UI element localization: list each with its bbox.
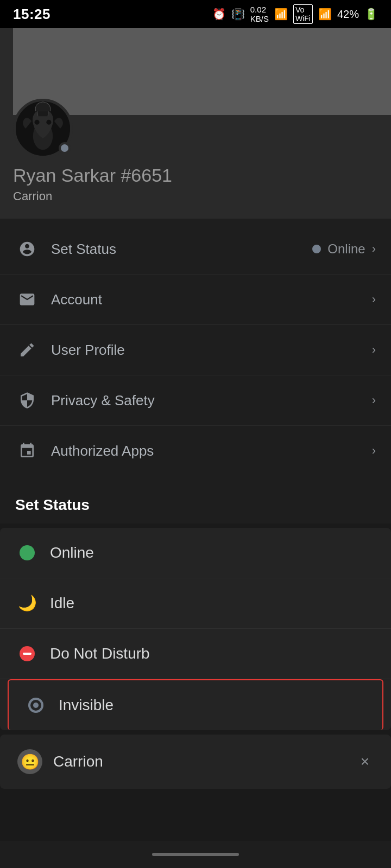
- status-option-online[interactable]: Online: [0, 528, 391, 578]
- online-status-dot: [312, 245, 321, 253]
- bottom-bar: [0, 841, 391, 868]
- settings-list: Set Status Online › Account ›: [0, 219, 391, 481]
- svg-point-3: [46, 120, 51, 125]
- custom-status-emoji-char: 😐: [21, 753, 40, 771]
- set-status-chevron: ›: [372, 242, 376, 256]
- idle-label: Idle: [50, 595, 74, 612]
- settings-item-authorized-apps[interactable]: Authorized Apps ›: [0, 426, 391, 476]
- settings-item-user-profile[interactable]: User Profile ›: [0, 325, 391, 375]
- invisible-label: Invisible: [59, 697, 113, 714]
- status-icons: ⏰ 📳 0.02KB/S 📶 VoWiFi 📶 42% 🔋: [212, 4, 378, 24]
- alarm-icon: ⏰: [212, 8, 226, 21]
- set-status-label: Set Status: [51, 241, 312, 258]
- account-chevron: ›: [372, 292, 376, 307]
- profile-name: Ryan Sarkar #6651: [13, 165, 391, 186]
- user-profile-right: ›: [372, 343, 376, 357]
- account-right: ›: [372, 292, 376, 307]
- custom-status-item[interactable]: 😐 Carrion ×: [0, 735, 391, 789]
- authorized-apps-right: ›: [344, 444, 376, 458]
- set-status-right: Online ›: [312, 241, 376, 257]
- set-status-icon: [15, 237, 39, 261]
- status-option-dnd[interactable]: Do Not Disturb: [0, 629, 391, 679]
- invisible-dot: [28, 698, 43, 713]
- signal-icon: 📶: [318, 8, 332, 21]
- wifi-icon: 📶: [274, 8, 288, 21]
- online-label: Online: [50, 544, 94, 561]
- status-bar: 15:25 ⏰ 📳 0.02KB/S 📶 VoWiFi 📶 42% 🔋: [0, 0, 391, 28]
- battery-level: 42%: [337, 8, 359, 21]
- user-profile-icon: [15, 338, 39, 362]
- custom-status-emoji: 😐: [17, 749, 42, 774]
- custom-status-label: Carrion: [53, 753, 356, 770]
- idle-moon-icon: 🌙: [18, 596, 37, 611]
- status-option-idle[interactable]: 🌙 Idle: [0, 578, 391, 629]
- settings-item-privacy-safety[interactable]: Privacy & Safety ›: [0, 375, 391, 426]
- privacy-safety-chevron: ›: [372, 393, 376, 407]
- settings-item-set-status[interactable]: Set Status Online ›: [0, 224, 391, 275]
- settings-item-account[interactable]: Account ›: [0, 275, 391, 325]
- authorized-apps-chevron: ›: [372, 444, 376, 458]
- dnd-icon: [17, 644, 37, 663]
- authorized-apps-icon: [15, 439, 39, 463]
- dnd-label: Do Not Disturb: [50, 645, 150, 662]
- vowifi-icon: VoWiFi: [293, 4, 313, 24]
- avatar-container: [13, 99, 73, 158]
- profile-display-name: Ryan Sarkar: [13, 165, 116, 186]
- user-profile-chevron: ›: [372, 343, 376, 357]
- authorized-apps-label: Authorized Apps: [51, 443, 344, 459]
- privacy-safety-right: ›: [372, 393, 376, 407]
- profile-status-text: Carrion: [13, 189, 391, 203]
- online-dot: [20, 545, 35, 560]
- online-icon: [17, 543, 37, 563]
- status-option-invisible[interactable]: Invisible: [8, 679, 383, 730]
- set-status-section-title: Set Status: [0, 481, 391, 524]
- set-status-value: Online: [327, 241, 365, 257]
- idle-icon: 🌙: [17, 593, 37, 613]
- battery-icon: 🔋: [364, 8, 378, 21]
- svg-point-2: [35, 120, 40, 125]
- status-time: 15:25: [13, 6, 51, 23]
- custom-status-clear-button[interactable]: ×: [356, 749, 374, 775]
- account-label: Account: [51, 291, 372, 308]
- invisible-icon: [26, 695, 46, 715]
- profile-discriminator: #6651: [121, 165, 172, 186]
- privacy-safety-label: Privacy & Safety: [51, 392, 372, 409]
- data-speed: 0.02KB/S: [250, 5, 269, 23]
- vibrate-icon: 📳: [231, 8, 245, 21]
- avatar-status-dot: [59, 142, 71, 154]
- account-icon: [15, 288, 39, 311]
- profile-header: Ryan Sarkar #6651 Carrion: [0, 28, 391, 219]
- custom-status-panel: 😐 Carrion ×: [0, 735, 391, 789]
- dnd-dot: [20, 646, 35, 661]
- bottom-bar-handle: [152, 853, 239, 856]
- user-profile-label: User Profile: [51, 342, 372, 359]
- status-options-panel: Online 🌙 Idle Do Not Disturb Invisible: [0, 528, 391, 730]
- privacy-safety-icon: [15, 388, 39, 412]
- page-container: 15:25 ⏰ 📳 0.02KB/S 📶 VoWiFi 📶 42% 🔋: [0, 0, 391, 826]
